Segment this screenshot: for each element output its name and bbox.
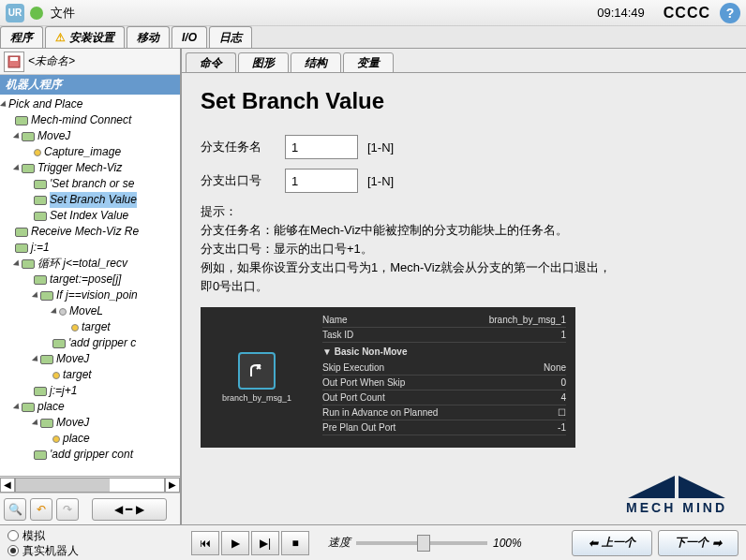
title-bar: UR 文件 09:14:49 CCCC ? (0, 0, 746, 26)
tree-node[interactable]: Pick and Place (8, 96, 82, 112)
tab-program[interactable]: 程序 (0, 26, 43, 48)
tree-node[interactable]: 'add gripper cont (50, 447, 133, 463)
help-icon[interactable]: ? (720, 3, 740, 23)
tree-node[interactable]: Receive Mech-Viz Re (31, 224, 139, 240)
play-start-icon[interactable]: ⏮ (191, 531, 219, 555)
tree-node[interactable]: j:=j+1 (50, 383, 77, 399)
tree-node[interactable]: MoveJ (56, 415, 89, 431)
branch-port-label: 分支出口号 (201, 172, 285, 189)
prev-button[interactable]: ⬅ 上一个 (572, 530, 652, 556)
sim-label: 模拟 (22, 528, 45, 543)
program-tree[interactable]: Pick and Place Mech-mind Connect MoveJ C… (0, 95, 180, 476)
tree-node[interactable]: Capture_image (44, 144, 121, 160)
stop-icon[interactable]: ■ (281, 531, 309, 555)
tree-node[interactable]: place (63, 431, 90, 447)
branch-port-input[interactable] (285, 169, 358, 193)
sub-tabs: 命令 图形 结构 变量 (182, 49, 746, 73)
speed-slider[interactable] (356, 541, 487, 545)
tree-node[interactable]: target (82, 319, 111, 335)
file-menu[interactable]: 文件 (51, 5, 75, 22)
tree-node[interactable]: MoveL (69, 303, 103, 319)
svg-rect-1 (10, 57, 18, 61)
branch-name-range: [1-N] (367, 140, 394, 155)
tree-node[interactable]: target (63, 367, 92, 383)
tree-node[interactable]: 'Set branch or se (50, 176, 134, 192)
speed-label: 速度 (328, 535, 351, 551)
properties-panel: branch_by_msg_1 Namebranch_by_msg_1 Task… (201, 307, 575, 448)
subtab-variables[interactable]: 变量 (343, 52, 394, 73)
ur-logo-icon: UR (6, 4, 24, 22)
right-pane: 命令 图形 结构 变量 Set Branch Value 分支任务名 [1-N]… (182, 49, 746, 524)
scroll-right-icon[interactable]: ▶ (165, 478, 180, 493)
tab-install[interactable]: ⚠安装设置 (45, 26, 125, 48)
tree-toolbar: 🔍 ↶ ↷ ◀ ━ ▶ (0, 493, 180, 524)
clock: 09:14:49 (597, 6, 645, 20)
tab-log[interactable]: 日志 (209, 26, 252, 48)
play-step-icon[interactable]: ▶| (251, 531, 279, 555)
branch-node-icon (238, 352, 276, 390)
tree-node[interactable]: MoveJ (37, 128, 70, 144)
program-name: <未命名> (28, 53, 75, 69)
tree-node[interactable]: place (37, 399, 65, 415)
scroll-thumb[interactable] (16, 479, 110, 492)
real-radio[interactable] (7, 545, 19, 556)
node-caption: branch_by_msg_1 (222, 393, 291, 403)
page-title: Set Branch Value (201, 88, 727, 114)
main-tabs: 程序 ⚠安装设置 移动 I/O 日志 (0, 26, 746, 49)
sim-radio[interactable] (7, 530, 19, 541)
subtab-graphics[interactable]: 图形 (238, 52, 289, 73)
tree-node[interactable]: target:=pose[j] (50, 272, 121, 287)
tree-node-selected[interactable]: Set Branch Value (50, 192, 137, 208)
hint-text: 提示： 分支任务名：能够在Mech-Viz中能被控制的分支功能块上的任务名。 分… (201, 202, 727, 296)
tree-node[interactable]: MoveJ (56, 351, 89, 367)
next-button[interactable]: 下一个 ➡ (658, 530, 739, 556)
tree-node[interactable]: Trigger Mech-Viz (37, 160, 122, 176)
tab-io[interactable]: I/O (172, 26, 207, 48)
tree-node[interactable]: j:=1 (31, 240, 50, 256)
tree-hscroll[interactable]: ◀ ▶ (0, 476, 180, 493)
speed-value: 100% (493, 537, 522, 550)
mech-mind-logo: MECH MIND (626, 476, 727, 515)
branch-name-input[interactable] (285, 135, 358, 159)
tree-node[interactable]: 循环 j<=total_recv (37, 256, 127, 272)
tab-move[interactable]: 移动 (127, 26, 170, 48)
real-label: 真实机器人 (22, 543, 79, 558)
tree-node[interactable]: If j==vision_poin (56, 287, 138, 303)
command-content: Set Branch Value 分支任务名 [1-N] 分支出口号 [1-N]… (182, 72, 746, 524)
tree-node[interactable]: Mech-mind Connect (31, 112, 131, 128)
branch-name-label: 分支任务名 (201, 139, 285, 155)
warning-icon: ⚠ (55, 31, 66, 44)
search-icon[interactable]: 🔍 (4, 498, 26, 521)
tree-node[interactable]: 'add gripper c (68, 335, 136, 351)
cccc-label: CCCC (664, 5, 710, 22)
disk-icon[interactable] (4, 52, 24, 72)
tab-install-label: 安装设置 (69, 30, 114, 46)
redo-icon[interactable]: ↷ (56, 498, 79, 521)
tree-header: 机器人程序 (0, 75, 180, 95)
branch-port-range: [1-N] (367, 174, 394, 188)
subtab-command[interactable]: 命令 (186, 52, 236, 73)
subtab-structure[interactable]: 结构 (291, 52, 341, 73)
left-pane: <未命名> 机器人程序 Pick and Place Mech-mind Con… (0, 49, 182, 524)
nav-arrows[interactable]: ◀ ━ ▶ (92, 498, 167, 521)
scroll-left-icon[interactable]: ◀ (0, 478, 15, 493)
bottom-bar: 模拟 真实机器人 ⏮ ▶ ▶| ■ 速度 100% ⬅ 上一个 下一个 ➡ (0, 524, 746, 560)
undo-icon[interactable]: ↶ (30, 498, 52, 521)
status-dot-icon (30, 7, 43, 20)
play-icon[interactable]: ▶ (221, 531, 249, 555)
tree-node[interactable]: Set Index Value (50, 208, 128, 224)
